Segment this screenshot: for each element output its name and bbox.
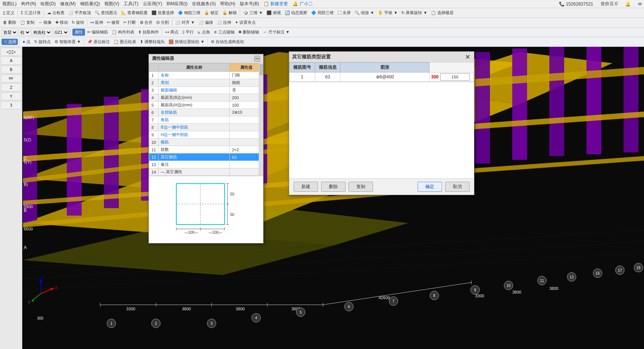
- prop-row-name[interactable]: B边一侧中部筋: [158, 124, 230, 131]
- prop-row-name[interactable]: 角筋: [158, 116, 230, 124]
- tb-rotate-point[interactable]: ↻ 旋转点: [33, 39, 52, 45]
- prop-row-name[interactable]: 其它箍筋: [158, 154, 230, 161]
- tb-threeaxis[interactable]: ⊕ 三点辅轴: [212, 29, 236, 35]
- tb-level[interactable]: ⬜ 平齐板顶: [67, 10, 92, 16]
- menu-view[interactable]: 视图(L): [0, 1, 19, 7]
- menu-rebar[interactable]: 钢筋量(Q): [78, 1, 102, 7]
- sidebar-btn-2[interactable]: B: [1, 65, 22, 74]
- prop-row-value[interactable]: 2×2: [229, 146, 263, 154]
- tb-point[interactable]: ● 点: [21, 39, 32, 45]
- prop-row-value[interactable]: 200: [229, 94, 263, 101]
- sidebar-btn-rf[interactable]: RF: [1, 74, 22, 83]
- tb-twopoint[interactable]: ⊶ 两点: [164, 29, 180, 35]
- menu-cloud[interactable]: 云应用(Y): [141, 1, 164, 7]
- sidebar-btn-y[interactable]: Y: [1, 92, 22, 100]
- prop-minimize[interactable]: —: [254, 56, 260, 62]
- tb-parallel[interactable]: ∥ 平行: [181, 29, 195, 35]
- tb-offset[interactable]: ⬜ 偏移: [197, 19, 215, 26]
- element-id-select[interactable]: GZ1: [53, 29, 69, 36]
- prop-row-name[interactable]: 截面编辑: [158, 87, 230, 94]
- tb-property[interactable]: 属性: [72, 29, 85, 36]
- tb-dimension[interactable]: ↔ 尺寸标注 ▼: [262, 29, 291, 35]
- tb-stretch[interactable]: ⬜ 拉伸: [215, 19, 233, 26]
- prop-row-value[interactable]: 门框: [229, 72, 263, 79]
- tb-batch[interactable]: ⬛ 批量选择: [150, 10, 176, 16]
- delete-button[interactable]: 删除: [321, 182, 346, 192]
- tb-copy[interactable]: 📋 复制: [19, 19, 36, 26]
- message[interactable]: ✉: [636, 1, 644, 7]
- confirm-button[interactable]: 确定: [418, 182, 442, 192]
- element-sub-select[interactable]: 构造柱: [32, 29, 52, 36]
- menu-element[interactable]: 构件(N): [19, 1, 39, 7]
- tb-rotate[interactable]: ↻ 旋转: [70, 19, 86, 26]
- prop-row-value[interactable]: 63: [229, 154, 263, 161]
- copy-button[interactable]: 复制: [349, 182, 373, 192]
- prop-row-name[interactable]: 名称: [158, 72, 230, 79]
- prop-row-value[interactable]: 抱框: [229, 79, 263, 87]
- tb-place-by-wall[interactable]: 🧱 按墙位置绘柱 ▼: [167, 39, 206, 45]
- prop-row-value[interactable]: [229, 116, 263, 124]
- tb-select[interactable]: ◁ 选择: [1, 39, 18, 45]
- tb-select-floor[interactable]: 📋 选择楼居: [429, 10, 455, 16]
- dialog-close-button[interactable]: ✕: [464, 53, 471, 61]
- tb-del-axis[interactable]: ✖ 删除辅轴: [237, 29, 261, 35]
- tb-trim[interactable]: ✂ 修剪: [105, 19, 121, 26]
- prop-row-name[interactable]: H边一侧中部筋: [158, 131, 230, 139]
- tb-rebar3d[interactable]: 🔷 钢筋三维: [176, 10, 202, 16]
- prop-row-value[interactable]: [229, 124, 263, 131]
- sidebar-toggle[interactable]: ◁ ▷: [1, 48, 22, 56]
- menu-help[interactable]: 帮助(H): [218, 1, 238, 7]
- tb-element-list[interactable]: 📋 构件列表: [110, 29, 136, 35]
- prop-row-name[interactable]: 全部纵筋: [158, 109, 230, 116]
- menu-modify[interactable]: 修改(M): [58, 1, 78, 7]
- menu-draw[interactable]: 绘图(D): [38, 1, 58, 7]
- tb-delete[interactable]: 🗑 删除: [1, 19, 18, 26]
- cancel-button[interactable]: 取消: [445, 182, 470, 192]
- sidebar-btn-1[interactable]: A: [1, 56, 22, 65]
- tb-edit-rebar[interactable]: ✏ 编辑钢筋: [86, 29, 109, 35]
- tb-rotate-screen[interactable]: ↻ 屏幕旋转 ▼: [400, 10, 429, 16]
- tb-break[interactable]: ✂ 打断: [122, 19, 137, 26]
- tb-extend[interactable]: ↦ 延伸: [89, 19, 105, 26]
- tb-zoom[interactable]: 🔍 缩放 ▼: [353, 10, 376, 16]
- tb-split[interactable]: ⊟ 分割: [155, 19, 170, 26]
- prop-scrollbar[interactable]: [259, 63, 263, 176]
- prop-row-value[interactable]: [229, 168, 263, 176]
- prop-row-value[interactable]: [229, 161, 263, 168]
- menu-user[interactable]: 🔔 广小二: [290, 1, 315, 7]
- tb-summary[interactable]: Σ 汇总计算: [19, 10, 42, 16]
- sidebar-btn-z[interactable]: Z: [1, 83, 22, 91]
- shape-input[interactable]: 150: [440, 73, 470, 81]
- tb-mirror[interactable]: ↔ 镜像: [37, 19, 53, 26]
- prop-row-name[interactable]: 箍筋: [158, 139, 230, 146]
- tb-dynamic[interactable]: 🔄 动态观察: [283, 10, 309, 16]
- tb-move[interactable]: ✚ 移动: [54, 19, 69, 26]
- menu-new-change[interactable]: 📋 新建变更: [261, 1, 290, 7]
- element-type-select[interactable]: 柱: [19, 29, 31, 36]
- tb-pick[interactable]: ⬆ 抬取构件: [137, 29, 160, 35]
- floor-select[interactable]: 首层: [1, 29, 18, 36]
- tb-top-view[interactable]: ⬛ 俯视: [265, 10, 282, 16]
- tb-view-rebar[interactable]: 📐 查看钢筋量: [120, 10, 149, 16]
- sidebar-btn-3[interactable]: 3: [1, 101, 22, 109]
- tb-pan[interactable]: ✋ 平移 ▼: [376, 10, 399, 16]
- tb-3d[interactable]: 🎲 三维 ▼: [242, 10, 264, 16]
- tb-cloud-check[interactable]: ☁ 云检查: [46, 10, 66, 16]
- tb-adjust-top[interactable]: ⬆ 调整柱端头: [138, 39, 166, 45]
- menu-online[interactable]: 在线服务(S): [190, 1, 218, 7]
- tb-corner[interactable]: ⊾ 点角: [196, 29, 212, 35]
- menu-tools[interactable]: 工具(T): [121, 1, 140, 7]
- tb-merge[interactable]: ⊞ 合并: [138, 19, 154, 26]
- new-button[interactable]: 新建: [294, 182, 318, 192]
- menu-version[interactable]: 版本号(B): [238, 1, 261, 7]
- stirrup-row-id[interactable]: 63: [315, 72, 340, 82]
- tb-unlock[interactable]: 🔓 解锁: [221, 10, 238, 16]
- notification[interactable]: 🔔: [623, 1, 633, 7]
- prop-row-value[interactable]: [229, 139, 263, 146]
- tb-auto-gen[interactable]: ⚙ 自动生成构造柱: [209, 39, 246, 45]
- tb-col-table[interactable]: 📋 图元柱表: [112, 39, 138, 45]
- tb-setpoint[interactable]: ✦ 设置夹点: [233, 19, 257, 26]
- tb-local3d[interactable]: 🔷 局部三维: [310, 10, 335, 16]
- prop-row-name[interactable]: 类别: [158, 79, 230, 87]
- tb-smart[interactable]: ⚙ 智能布置 ▼: [53, 39, 82, 45]
